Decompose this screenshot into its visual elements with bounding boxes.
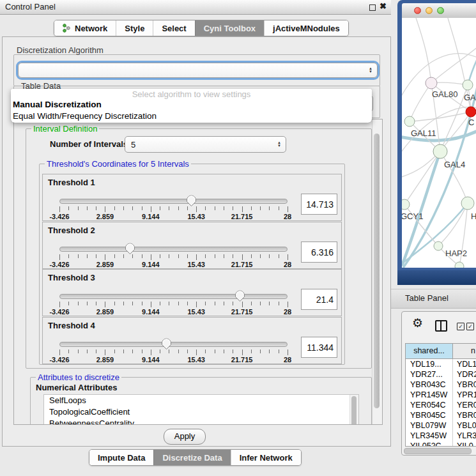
- network-node-h[interactable]: [461, 197, 474, 210]
- cell-name[interactable]: YDR2: [453, 369, 476, 380]
- threshold-1-slider-handle[interactable]: [186, 195, 197, 207]
- table-row[interactable]: YER054CYER0: [406, 400, 476, 410]
- minimize-traffic-light-icon[interactable]: [426, 7, 433, 14]
- cell-shared-name[interactable]: YBL079W: [406, 420, 453, 431]
- threshold-4-slider[interactable]: -3.4262.8599.14415.4321.71528: [59, 342, 288, 364]
- table-row[interactable]: YBL079WYBL0: [406, 420, 476, 431]
- table-header-row: shared... n: [406, 344, 476, 359]
- network-node-ga[interactable]: [463, 80, 473, 90]
- threshold-3-slider-handle[interactable]: [234, 290, 245, 302]
- close-traffic-light-icon[interactable]: [414, 7, 421, 14]
- tab-label: Impute Data: [98, 453, 145, 463]
- cell-name[interactable]: YER0: [453, 400, 476, 410]
- gear-icon[interactable]: ⚙: [412, 317, 423, 329]
- attribute-item-topologicalcoefficient[interactable]: TopologicalCoefficient: [44, 406, 358, 418]
- network-edge[interactable]: [415, 18, 431, 83]
- number-of-intervals-label: Number of Intervals: [50, 139, 128, 149]
- threshold-2-value-field[interactable]: 6.316: [301, 242, 337, 263]
- table-row[interactable]: YDL19...YDL1: [406, 359, 476, 369]
- threshold-2-slider[interactable]: -3.4262.8599.14415.4321.71528: [59, 247, 288, 268]
- attributes-scrollbar-thumb[interactable]: [351, 396, 357, 425]
- threshold-1-value-field[interactable]: 14.713: [301, 194, 337, 215]
- threshold-4-slider-handle[interactable]: [161, 338, 172, 350]
- tab-network[interactable]: Network: [54, 20, 116, 36]
- tab-discretize-data[interactable]: Discretize Data: [153, 450, 230, 465]
- slider-track[interactable]: [59, 294, 288, 299]
- cell-name[interactable]: YLR3: [453, 431, 476, 441]
- settings-vertical-scrollbar[interactable]: [372, 119, 382, 424]
- tab-infer-network[interactable]: Infer Network: [231, 450, 301, 465]
- table-hscrollbar-thumb[interactable]: [404, 448, 472, 454]
- network-canvas[interactable]: GAL80GACGAL11GAL4GCY1HHAP2: [402, 18, 476, 268]
- slider-tick-labels: -3.4262.8599.14415.4321.71528: [59, 213, 288, 220]
- network-node[interactable]: [455, 262, 464, 268]
- network-edge[interactable]: [410, 112, 471, 121]
- slider-track[interactable]: [59, 342, 288, 347]
- number-of-intervals-combobox[interactable]: 5 ▲▼: [125, 136, 286, 153]
- numerical-attributes-list[interactable]: SelfLoopsTopologicalCoefficientBetweenne…: [43, 394, 359, 425]
- columns-icon[interactable]: [435, 320, 447, 332]
- node-table: shared... n YDL19...YDL1YDR27...YDR2YBR0…: [405, 343, 476, 447]
- table-row[interactable]: YBR045CYBR0: [406, 410, 476, 420]
- apply-button[interactable]: Apply: [164, 429, 206, 445]
- cell-name[interactable]: YIL0: [453, 441, 476, 447]
- cell-shared-name[interactable]: YLR345W: [406, 431, 453, 441]
- close-icon[interactable]: ✖: [380, 1, 387, 11]
- table-row[interactable]: YBR043CYBR0: [406, 380, 476, 390]
- cell-shared-name[interactable]: YPR145W: [406, 390, 453, 400]
- checkbox-icon[interactable]: ✓: [466, 323, 474, 330]
- slider-track[interactable]: [59, 199, 288, 204]
- network-edge[interactable]: [404, 151, 440, 204]
- table-row[interactable]: YDR27...YDR2: [406, 369, 476, 380]
- threshold-3-value-field[interactable]: 21.4: [301, 289, 337, 310]
- tab-cyni-toolbox[interactable]: Cyni Toolbox: [195, 20, 264, 36]
- cell-shared-name[interactable]: YBR045C: [406, 410, 453, 420]
- cell-shared-name[interactable]: YDR27...: [406, 369, 453, 380]
- network-node-gal4[interactable]: [433, 144, 447, 158]
- node-label-c: C: [468, 118, 474, 127]
- attributes-list-scrollbar[interactable]: [349, 395, 358, 425]
- table-row[interactable]: YLR345WYLR3: [406, 431, 476, 441]
- cell-name[interactable]: YPR1: [453, 390, 476, 400]
- algorithm-combobox[interactable]: ▲▼: [18, 63, 378, 78]
- column-header-shared-name[interactable]: shared...: [406, 344, 453, 358]
- threshold-2-slider-handle[interactable]: [125, 243, 135, 255]
- cell-shared-name[interactable]: YIL052C: [406, 441, 453, 447]
- network-node-gal80[interactable]: [426, 77, 437, 89]
- cell-shared-name[interactable]: YER054C: [406, 400, 453, 410]
- cell-name[interactable]: YBL0: [453, 420, 476, 431]
- tab-impute-data[interactable]: Impute Data: [89, 450, 153, 465]
- cell-name[interactable]: YBR0: [453, 380, 476, 390]
- tab-select[interactable]: Select: [153, 20, 194, 36]
- threshold-4-value-field[interactable]: 11.344: [301, 337, 337, 358]
- attribute-item-betweennesscentrality[interactable]: BetweennessCentrality: [44, 418, 358, 425]
- threshold-1-slider[interactable]: -3.4262.8599.14415.4321.71528: [59, 199, 288, 220]
- network-node-gal11[interactable]: [404, 116, 415, 127]
- table-row[interactable]: YPR145WYPR1: [406, 390, 476, 400]
- tab-jactivemnodules[interactable]: jActiveMNodules: [264, 20, 348, 36]
- cell-name[interactable]: YBR0: [453, 410, 476, 420]
- network-node-c[interactable]: [466, 107, 476, 117]
- checkbox-icon[interactable]: ✓: [457, 323, 464, 330]
- network-node-hap2[interactable]: [434, 242, 443, 250]
- zoom-traffic-light-icon[interactable]: [437, 7, 444, 14]
- float-window-icon[interactable]: [369, 4, 376, 11]
- table-row[interactable]: YIL052CYIL0: [406, 441, 476, 447]
- attribute-item-selfloops[interactable]: SelfLoops: [44, 395, 358, 406]
- threshold-3-slider[interactable]: -3.4262.8599.14415.4321.71528: [59, 294, 288, 316]
- settings-scrollbar-thumb[interactable]: [374, 134, 380, 408]
- table-horizontal-scrollbar[interactable]: [404, 448, 476, 454]
- number-of-intervals-value: 5: [131, 140, 135, 150]
- popup-option-equal-width-frequency-discretization[interactable]: Equal Width/Frequency Discretization: [11, 111, 372, 122]
- cell-shared-name[interactable]: YDL19...: [406, 359, 453, 369]
- slider-track[interactable]: [59, 247, 288, 252]
- cell-shared-name[interactable]: YBR043C: [406, 380, 453, 390]
- network-node-gcy1[interactable]: [402, 199, 410, 210]
- column-header-name[interactable]: n: [453, 344, 476, 358]
- network-edge-highlighted[interactable]: [403, 87, 476, 268]
- tab-style[interactable]: Style: [116, 20, 153, 36]
- cell-name[interactable]: YDL1: [453, 359, 476, 369]
- network-graph[interactable]: GAL80GACGAL11GAL4GCY1HHAP2: [402, 18, 476, 268]
- network-edge[interactable]: [410, 83, 431, 121]
- popup-option-manual-discretization[interactable]: Manual Discretization: [11, 99, 372, 111]
